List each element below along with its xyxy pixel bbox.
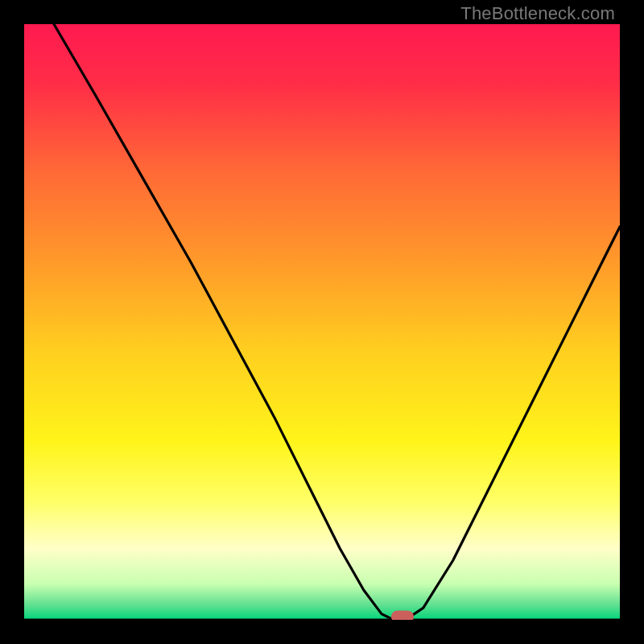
watermark-text: TheBottleneck.com [460,3,615,24]
plot-area [24,24,620,620]
bottleneck-curve [24,24,620,620]
chart-frame: TheBottleneck.com [0,0,644,644]
optimal-marker [391,611,414,620]
